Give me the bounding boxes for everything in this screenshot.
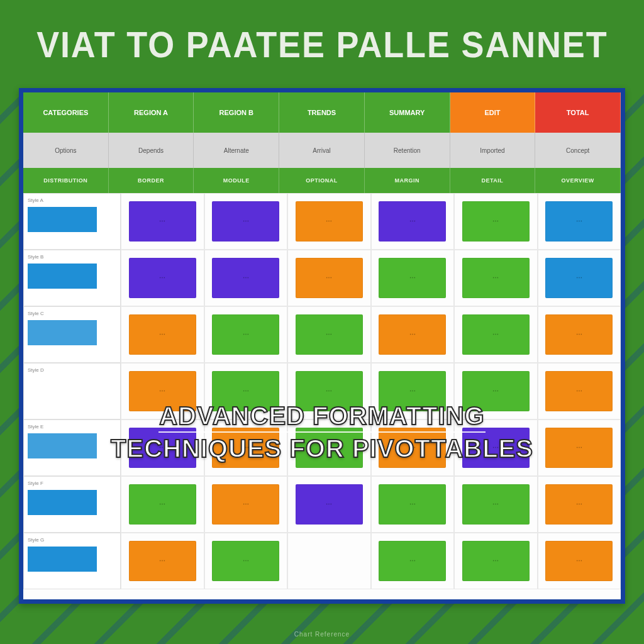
cell-4-0[interactable]: ⋯ (121, 419, 204, 476)
cell-2-2[interactable]: ⋯ (287, 306, 371, 363)
cell-3-1[interactable]: ⋯ (204, 363, 288, 419)
row-block (28, 490, 97, 515)
glyph-icon: ⋯ (129, 541, 196, 580)
tile: ⋯ (212, 201, 279, 241)
tile: ⋯ (379, 314, 446, 354)
cell-1-1[interactable]: ⋯ (204, 250, 288, 306)
cell-5-1[interactable]: ⋯ (204, 476, 288, 533)
row-caption: Style G (28, 537, 116, 543)
cell-1-4[interactable]: ⋯ (454, 250, 538, 306)
tile: ⋯ (462, 371, 530, 411)
tile: ⋯ (212, 541, 279, 580)
tile: ⋯ (462, 484, 530, 524)
tile: ⋯ (379, 371, 446, 411)
header-row-2: DISTRIBUTIONBORDERMODULEOPTIONALMARGINDE… (23, 168, 621, 193)
tab-4[interactable]: SUMMARY (365, 92, 450, 133)
tile: ⋯ (296, 484, 363, 524)
row-label-1[interactable]: Style B (23, 250, 121, 306)
cell-0-1[interactable]: ⋯ (204, 193, 288, 250)
cell-2-3[interactable]: ⋯ (371, 306, 455, 363)
cell-0-5[interactable]: ⋯ (538, 193, 621, 250)
cell-5-4[interactable]: ⋯ (454, 476, 538, 533)
row-label-4[interactable]: Style E (23, 419, 121, 476)
glyph-icon: ⋯ (296, 484, 363, 524)
tile: ⋯ (545, 428, 613, 467)
cell-2-1[interactable]: ⋯ (204, 306, 288, 363)
glyph-icon: ⋯ (545, 258, 613, 297)
tile: ⋯ (545, 371, 613, 411)
cell-4-1[interactable]: ⋯ (204, 419, 288, 476)
cell-3-0[interactable]: ⋯ (121, 363, 204, 419)
cell-3-4[interactable]: ⋯ (454, 363, 538, 419)
cell-0-3[interactable]: ⋯ (371, 193, 455, 250)
glyph-icon: ⋯ (212, 201, 279, 241)
cell-0-2[interactable]: ⋯ (287, 193, 371, 250)
cell-4-5[interactable]: ⋯ (538, 419, 621, 476)
cell-1-3[interactable]: ⋯ (371, 250, 455, 306)
tile: ⋯ (545, 201, 613, 241)
glyph-icon: ⋯ (545, 428, 613, 467)
glyph-icon: ⋯ (545, 201, 613, 241)
cell-4-3[interactable]: ⋯ (371, 419, 455, 476)
tile: ⋯ (129, 428, 196, 467)
cell-6-2[interactable] (287, 533, 371, 589)
glyph-icon: ⋯ (462, 314, 530, 354)
tile: ⋯ (296, 428, 363, 467)
glyph-icon: ⋯ (296, 201, 363, 241)
cell-2-4[interactable]: ⋯ (454, 306, 538, 363)
cell-2-5[interactable]: ⋯ (538, 306, 621, 363)
glyph-icon: ⋯ (379, 484, 446, 524)
sub2-1: BORDER (109, 168, 194, 193)
cell-3-5[interactable]: ⋯ (538, 363, 621, 419)
cell-3-3[interactable]: ⋯ (371, 363, 455, 419)
row-label-2[interactable]: Style C (23, 306, 121, 363)
cell-5-0[interactable]: ⋯ (121, 476, 204, 533)
cell-1-5[interactable]: ⋯ (538, 250, 621, 306)
tab-3[interactable]: TRENDS (279, 92, 365, 133)
glyph-icon: ⋯ (212, 371, 279, 411)
tab-1[interactable]: REGION A (109, 92, 194, 133)
cell-5-5[interactable]: ⋯ (538, 476, 621, 533)
row-caption: Style D (28, 367, 116, 373)
cell-1-0[interactable]: ⋯ (121, 250, 204, 306)
cell-6-3[interactable]: ⋯ (371, 533, 455, 589)
glyph-icon: ⋯ (296, 258, 363, 297)
row-label-5[interactable]: Style F (23, 476, 121, 533)
tab-5[interactable]: EDIT (450, 92, 536, 133)
cell-0-4[interactable]: ⋯ (454, 193, 538, 250)
tab-0[interactable]: CATEGORIES (23, 92, 109, 133)
glyph-icon: ⋯ (296, 428, 363, 467)
cell-5-2[interactable]: ⋯ (287, 476, 371, 533)
tab-6[interactable]: TOTAL (535, 92, 621, 133)
sub1-4: Retention (365, 133, 450, 168)
cell-4-2[interactable]: ⋯ (287, 419, 371, 476)
row-block (28, 264, 97, 289)
glyph-icon: ⋯ (545, 541, 613, 580)
row-label-0[interactable]: Style A (23, 193, 121, 250)
row-label-6[interactable]: Style G (23, 533, 121, 589)
cell-4-4[interactable]: ⋯ (454, 419, 538, 476)
cell-6-5[interactable]: ⋯ (538, 533, 621, 589)
glyph-icon: ⋯ (129, 428, 196, 467)
tile: ⋯ (545, 258, 613, 297)
cell-6-1[interactable]: ⋯ (204, 533, 288, 589)
cell-0-0[interactable]: ⋯ (121, 193, 204, 250)
cell-2-0[interactable]: ⋯ (121, 306, 204, 363)
row-label-3[interactable]: Style D (23, 363, 121, 419)
tab-2[interactable]: REGION B (194, 92, 279, 133)
cell-6-4[interactable]: ⋯ (454, 533, 538, 589)
row-block (28, 547, 97, 572)
glyph-icon: ⋯ (129, 258, 196, 297)
tile: ⋯ (212, 484, 279, 524)
sub2-6: OVERVIEW (535, 168, 621, 193)
glyph-icon: ⋯ (545, 371, 613, 411)
glyph-icon: ⋯ (212, 541, 279, 580)
cell-1-2[interactable]: ⋯ (287, 250, 371, 306)
sub2-2: MODULE (194, 168, 279, 193)
cell-5-3[interactable]: ⋯ (371, 476, 455, 533)
glyph-icon: ⋯ (379, 371, 446, 411)
cell-3-2[interactable]: ⋯ (287, 363, 371, 419)
cell-6-0[interactable]: ⋯ (121, 533, 204, 589)
sub2-3: OPTIONAL (279, 168, 365, 193)
row-block (28, 433, 97, 458)
